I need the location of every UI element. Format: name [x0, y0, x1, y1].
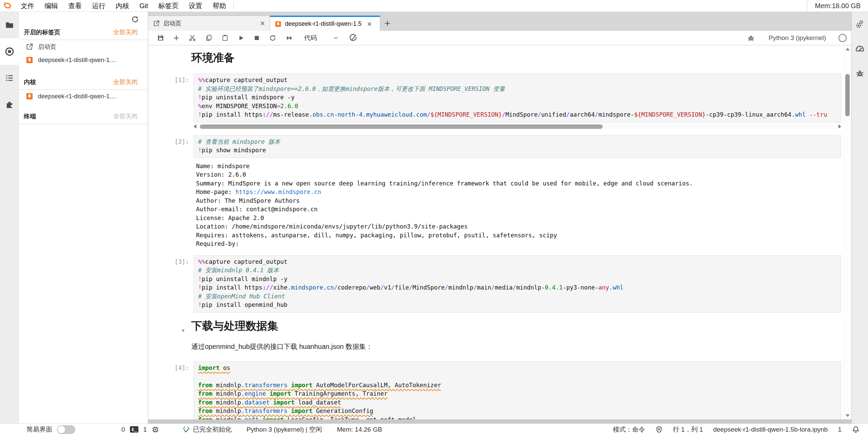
code-token: xihe — [273, 284, 287, 291]
kernel-status-icon[interactable] — [838, 34, 847, 42]
shutdown-all-terminals-button: 全部关闭 — [113, 112, 138, 120]
code-token: / — [595, 111, 599, 118]
shutdown-all-kernels-button[interactable]: 全部关闭 — [113, 78, 138, 86]
cell-editor[interactable]: # 查看当前 mindspore 版本!pip show mindspore — [194, 135, 841, 158]
scroll-up-icon[interactable] — [846, 48, 850, 51]
scrollbar-thumb[interactable] — [845, 74, 850, 116]
code-token: .dataset — [241, 399, 269, 406]
sidebar-tab-running-sessions[interactable] — [0, 38, 19, 65]
restart-kernel-icon[interactable] — [269, 34, 276, 42]
sidebar-tab-table-of-contents[interactable] — [0, 65, 19, 91]
code-token: / — [491, 284, 495, 291]
scroll-left-icon[interactable] — [194, 124, 196, 128]
launcher-icon — [26, 43, 33, 51]
code-token: import — [270, 390, 291, 397]
output-line: Required-by: — [196, 240, 841, 249]
kernels-count[interactable]: 1 — [143, 426, 147, 433]
heading-collapser-icon[interactable]: ▾ — [182, 323, 185, 338]
scroll-down-icon[interactable] — [846, 414, 850, 417]
code-token: / — [366, 284, 370, 291]
code-token: env MINDSPORE_VERSION — [202, 103, 277, 110]
shield-x-icon[interactable] — [655, 426, 663, 433]
code-token: Author-email: contact@mindspore.cn — [196, 206, 317, 213]
debugger-bug-icon[interactable] — [747, 34, 755, 42]
tab-launcher[interactable]: 启动页 × — [148, 16, 270, 31]
output-line: Location: /home/mindspore/miniconda/envs… — [196, 222, 841, 231]
cell-editor[interactable]: import osfrom mindnlp.transformers impor… — [194, 361, 841, 420]
simple-mode-toggle[interactable] — [57, 425, 75, 434]
tab-notebook[interactable]: deepseek-r1-distill-qwen-1.5 × — [270, 16, 380, 31]
open-tab-item-notebook[interactable]: deepseek-r1-distill-qwen-1.... — [19, 54, 148, 66]
menu-edit[interactable]: 编辑 — [39, 1, 63, 11]
debugger-bug-icon[interactable] — [855, 69, 864, 78]
code-line: # 安装openMind Hub Client — [198, 292, 837, 301]
copy-cells-icon[interactable] — [205, 34, 212, 41]
code-token: pip install https: — [202, 284, 266, 291]
code-token: ! — [198, 284, 202, 291]
code-line: import os — [198, 364, 837, 373]
close-all-tabs-button[interactable]: 全部关闭 — [113, 28, 138, 36]
running-sessions-icon — [4, 46, 15, 57]
save-icon[interactable] — [157, 34, 164, 41]
menu-run[interactable]: 运行 — [87, 1, 111, 11]
terminals-count[interactable]: 0 — [121, 426, 125, 433]
new-tab-button[interactable]: + — [380, 16, 394, 31]
menu-tabs[interactable]: 标签页 — [153, 1, 184, 11]
code-token: import — [263, 416, 284, 420]
sidebar-tab-file-browser[interactable] — [0, 12, 19, 38]
code-token: mindnlp — [212, 416, 241, 420]
code-token: from — [198, 416, 212, 420]
paste-cells-icon[interactable] — [221, 34, 229, 41]
restart-run-all-icon[interactable] — [286, 35, 294, 41]
menu-kernel[interactable]: 内核 — [111, 1, 134, 11]
scrollbar-track[interactable] — [198, 124, 837, 129]
sidebar-tab-extensions[interactable] — [0, 91, 19, 118]
cell-horizontal-scrollbar[interactable] — [194, 124, 841, 129]
menu-settings[interactable]: 设置 — [184, 1, 208, 11]
close-icon[interactable]: × — [260, 20, 265, 27]
code-line-text: %%capture captured_output — [198, 258, 287, 265]
code-token — [287, 382, 291, 389]
kernel-item-notebook[interactable]: deepseek-r1-distill-qwen-1.... — [19, 90, 148, 103]
code-token: Version: 2.6.0 — [196, 171, 246, 178]
cell-main: %%capture captured_output# 安装mindnlp 0.4… — [194, 255, 841, 313]
menu-git[interactable]: Git — [134, 2, 153, 10]
code-token: Summary: MindSpore is a new open source … — [196, 180, 693, 187]
scrollbar-thumb[interactable] — [200, 124, 603, 129]
menu-help[interactable]: 帮助 — [208, 1, 231, 11]
menu-file[interactable]: 文件 — [16, 1, 39, 11]
code-token: from — [198, 399, 212, 406]
code-line-text: from mindnlp.transformers import AutoMod… — [198, 382, 441, 389]
notification-count[interactable]: 1 — [838, 426, 842, 433]
cell-editor[interactable]: %%capture captured_output# 实验环境已经预装了mind… — [194, 74, 841, 122]
open-tab-item-launcher[interactable]: 启动页 — [19, 40, 148, 54]
close-icon[interactable]: × — [367, 21, 372, 27]
code-token — [270, 399, 273, 406]
output-link[interactable]: https://www.mindspore.cn — [235, 189, 321, 195]
add-cell-icon[interactable]: + — [173, 32, 179, 44]
notebook-scrollbar[interactable] — [844, 45, 851, 419]
cell-type-dropdown[interactable]: 代码 — [303, 33, 340, 43]
menu-view[interactable]: 查看 — [63, 1, 87, 11]
cursor-position[interactable]: 行 1，列 1 — [673, 425, 703, 434]
kernel-status-text[interactable]: Python 3 (ipykernel) | 空闲 — [247, 425, 322, 434]
stop-kernel-icon[interactable] — [254, 35, 260, 41]
markdown-heading: ▾下载与处理数据集 — [191, 319, 838, 333]
bell-icon[interactable] — [852, 426, 860, 434]
dashboard-gauge-icon[interactable] — [855, 44, 865, 54]
run-cell-icon[interactable] — [238, 35, 245, 41]
code-token: import — [291, 408, 312, 414]
command-mode-indicator[interactable]: 模式：命令 — [613, 425, 645, 434]
kernel-name[interactable]: Python 3 (ipykernel) — [769, 34, 826, 42]
scroll-right-icon[interactable] — [838, 124, 841, 128]
cell-prompt: [4]: — [148, 361, 194, 420]
property-inspector-icon[interactable] — [855, 19, 865, 29]
cell-editor[interactable]: %%capture captured_output# 安装mindnlp 0.4… — [194, 255, 841, 313]
code-token: mindnlp- — [516, 284, 545, 291]
markdown-heading: 环境准备 — [191, 51, 838, 65]
refresh-icon[interactable] — [131, 15, 139, 23]
cut-cells-icon[interactable] — [189, 34, 196, 42]
code-line: !pip uninstall mindnlp -y — [198, 275, 837, 284]
code-line: # 实验环境已经预装了mindspore==2.6.0，如需更换mindspor… — [198, 85, 837, 94]
git-status[interactable]: 已完全初始化 — [182, 425, 232, 434]
